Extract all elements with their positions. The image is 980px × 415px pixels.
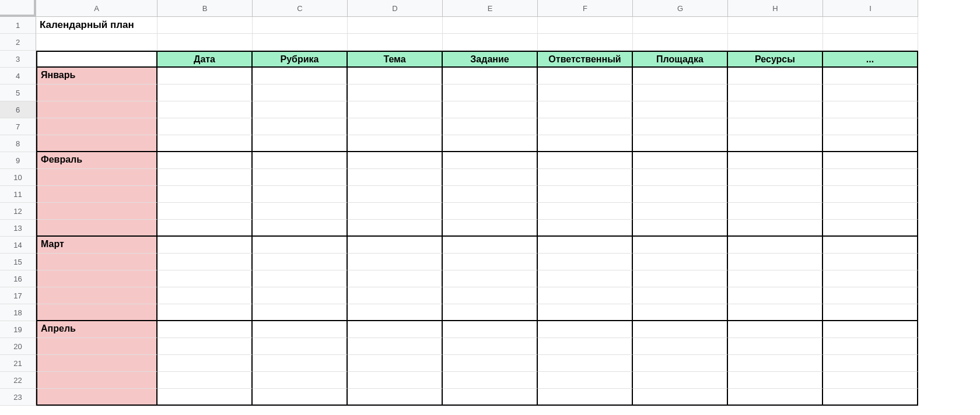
cell-f18[interactable] xyxy=(538,304,633,321)
cell-c18[interactable] xyxy=(253,304,348,321)
cell-g16[interactable] xyxy=(633,270,728,287)
row-header-10[interactable]: 10 xyxy=(0,169,36,186)
cell-e22[interactable] xyxy=(443,372,538,389)
cell-i13[interactable] xyxy=(823,220,918,237)
cell-f7[interactable] xyxy=(538,118,633,135)
cell-h8[interactable] xyxy=(728,135,823,152)
cell-f2[interactable] xyxy=(538,34,633,51)
cell-g4[interactable] xyxy=(633,68,728,85)
cell-e3-header-task[interactable]: Задание xyxy=(443,51,538,68)
row-header-2[interactable]: 2 xyxy=(0,34,36,51)
cell-i9[interactable] xyxy=(823,152,918,169)
cell-f17[interactable] xyxy=(538,287,633,304)
cell-c15[interactable] xyxy=(253,254,348,270)
cell-h21[interactable] xyxy=(728,355,823,372)
cell-g13[interactable] xyxy=(633,220,728,237)
cell-a20[interactable] xyxy=(36,338,158,355)
cell-c6[interactable] xyxy=(253,101,348,118)
col-header-i[interactable]: I xyxy=(823,0,918,17)
cell-g3-header-platform[interactable]: Площадка xyxy=(633,51,728,68)
cell-g9[interactable] xyxy=(633,152,728,169)
cell-f12[interactable] xyxy=(538,203,633,220)
cell-g22[interactable] xyxy=(633,372,728,389)
cell-f11[interactable] xyxy=(538,186,633,203)
cell-d2[interactable] xyxy=(348,34,443,51)
cell-i22[interactable] xyxy=(823,372,918,389)
cell-i4[interactable] xyxy=(823,68,918,85)
cell-c4[interactable] xyxy=(253,68,348,85)
row-header-3[interactable]: 3 xyxy=(0,51,36,68)
cell-b5[interactable] xyxy=(158,85,253,101)
cell-f14[interactable] xyxy=(538,237,633,254)
cell-g5[interactable] xyxy=(633,85,728,101)
cell-a21[interactable] xyxy=(36,355,158,372)
cell-e23[interactable] xyxy=(443,389,538,406)
cell-f20[interactable] xyxy=(538,338,633,355)
cell-i16[interactable] xyxy=(823,270,918,287)
cell-h11[interactable] xyxy=(728,186,823,203)
cell-b21[interactable] xyxy=(158,355,253,372)
row-header-22[interactable]: 22 xyxy=(0,372,36,389)
cell-c16[interactable] xyxy=(253,270,348,287)
cell-i7[interactable] xyxy=(823,118,918,135)
cell-d17[interactable] xyxy=(348,287,443,304)
cell-e20[interactable] xyxy=(443,338,538,355)
cell-d8[interactable] xyxy=(348,135,443,152)
cell-h4[interactable] xyxy=(728,68,823,85)
cell-b16[interactable] xyxy=(158,270,253,287)
cell-d19[interactable] xyxy=(348,321,443,338)
cell-c23[interactable] xyxy=(253,389,348,406)
cell-d22[interactable] xyxy=(348,372,443,389)
cell-h7[interactable] xyxy=(728,118,823,135)
cell-h10[interactable] xyxy=(728,169,823,186)
cell-h12[interactable] xyxy=(728,203,823,220)
cell-f6[interactable] xyxy=(538,101,633,118)
cell-c3-header-rubric[interactable]: Рубрика xyxy=(253,51,348,68)
cell-b18[interactable] xyxy=(158,304,253,321)
cell-e15[interactable] xyxy=(443,254,538,270)
cell-a14-month-march[interactable]: Март xyxy=(36,237,158,254)
cell-a16[interactable] xyxy=(36,270,158,287)
cell-b19[interactable] xyxy=(158,321,253,338)
cell-d4[interactable] xyxy=(348,68,443,85)
cell-e7[interactable] xyxy=(443,118,538,135)
cell-h9[interactable] xyxy=(728,152,823,169)
cell-h14[interactable] xyxy=(728,237,823,254)
cell-a15[interactable] xyxy=(36,254,158,270)
cell-g18[interactable] xyxy=(633,304,728,321)
cell-a9-month-february[interactable]: Февраль xyxy=(36,152,158,169)
col-header-b[interactable]: B xyxy=(158,0,253,17)
cell-g23[interactable] xyxy=(633,389,728,406)
cell-h20[interactable] xyxy=(728,338,823,355)
cell-g15[interactable] xyxy=(633,254,728,270)
cell-b4[interactable] xyxy=(158,68,253,85)
cell-a12[interactable] xyxy=(36,203,158,220)
cell-e2[interactable] xyxy=(443,34,538,51)
cell-e10[interactable] xyxy=(443,169,538,186)
row-header-19[interactable]: 19 xyxy=(0,321,36,338)
cell-d9[interactable] xyxy=(348,152,443,169)
cell-b20[interactable] xyxy=(158,338,253,355)
cell-i19[interactable] xyxy=(823,321,918,338)
cell-b14[interactable] xyxy=(158,237,253,254)
cell-b11[interactable] xyxy=(158,186,253,203)
cell-d3-header-topic[interactable]: Тема xyxy=(348,51,443,68)
cell-f4[interactable] xyxy=(538,68,633,85)
cell-g12[interactable] xyxy=(633,203,728,220)
col-header-c[interactable]: C xyxy=(253,0,348,17)
row-header-7[interactable]: 7 xyxy=(0,118,36,135)
cell-g20[interactable] xyxy=(633,338,728,355)
cell-i10[interactable] xyxy=(823,169,918,186)
cell-c13[interactable] xyxy=(253,220,348,237)
cell-a4-month-january[interactable]: Январь xyxy=(36,68,158,85)
cell-f23[interactable] xyxy=(538,389,633,406)
cell-f15[interactable] xyxy=(538,254,633,270)
cell-e4[interactable] xyxy=(443,68,538,85)
col-header-a[interactable]: A xyxy=(36,0,158,17)
cell-f16[interactable] xyxy=(538,270,633,287)
cell-b17[interactable] xyxy=(158,287,253,304)
cell-d14[interactable] xyxy=(348,237,443,254)
cell-d21[interactable] xyxy=(348,355,443,372)
cell-a19-month-april[interactable]: Апрель xyxy=(36,321,158,338)
cell-a3-blank-header[interactable] xyxy=(36,51,158,68)
